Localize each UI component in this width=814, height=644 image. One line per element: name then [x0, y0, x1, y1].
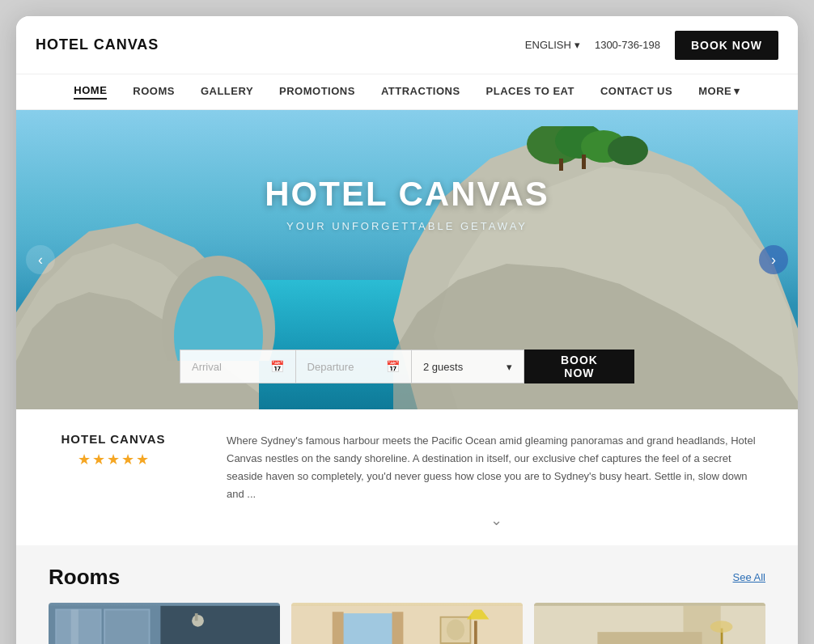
info-content: Where Sydney's famous harbour meets the …	[227, 432, 765, 529]
browser-frame: HOTEL CANVAS ENGLISH ▾ 1300-736-198 BOOK…	[16, 16, 798, 644]
header-right: ENGLISH ▾ 1300-736-198 BOOK NOW	[525, 31, 778, 60]
info-hotel-name: HOTEL CANVAS	[49, 432, 178, 446]
arrival-calendar-icon: 📅	[270, 360, 284, 373]
svg-rect-23	[291, 606, 523, 644]
departure-input[interactable]: Departure 📅	[296, 350, 412, 383]
room-card-2[interactable]	[291, 603, 523, 644]
guest-selector[interactable]: 2 guests ▾	[412, 350, 524, 383]
svg-rect-40	[597, 633, 702, 644]
room-2-image	[291, 603, 523, 644]
info-section: HOTEL CANVAS ★ ★ ★ ★ ★ Where Sydney's fa…	[16, 409, 798, 545]
svg-rect-21	[71, 610, 78, 644]
rooms-section: Rooms See All	[16, 545, 798, 644]
star-rating: ★ ★ ★ ★ ★	[49, 451, 178, 468]
nav-item-promotions[interactable]: PROMOTIONS	[279, 85, 355, 99]
departure-calendar-icon: 📅	[386, 360, 400, 373]
phone-number: 1300-736-198	[595, 39, 660, 51]
arrival-placeholder: Arrival	[192, 361, 222, 373]
star-4-icon: ★	[121, 451, 134, 468]
room-3-image	[534, 603, 765, 644]
star-half-icon: ★	[136, 451, 149, 468]
more-chevron-icon: ▾	[734, 85, 740, 97]
hero-prev-button[interactable]: ‹	[26, 245, 55, 274]
see-all-link[interactable]: See All	[733, 571, 765, 583]
header: HOTEL CANVAS ENGLISH ▾ 1300-736-198 BOOK…	[16, 16, 798, 74]
chevron-down-icon: ⌄	[490, 511, 502, 529]
hero-subtitle: YOUR UNFORGETTABLE GETAWAY	[286, 220, 528, 232]
departure-placeholder: Departure	[307, 361, 354, 373]
svg-point-45	[710, 621, 733, 633]
svg-point-28	[447, 620, 464, 641]
rooms-header: Rooms See All	[49, 565, 765, 590]
hotel-logo: HOTEL CANVAS	[36, 36, 159, 53]
hero-section: HOTEL CANVAS YOUR UNFORGETTABLE GETAWAY …	[16, 110, 798, 409]
room-card-1[interactable]	[49, 603, 280, 644]
svg-rect-17	[160, 606, 280, 644]
language-chevron-icon: ▾	[574, 39, 580, 51]
nav-item-home[interactable]: HOME	[74, 84, 107, 100]
room-card-3[interactable]	[534, 603, 765, 644]
svg-rect-26	[392, 612, 404, 644]
hero-title: HOTEL CANVAS	[265, 175, 549, 214]
nav-item-more[interactable]: MORE ▾	[698, 85, 740, 99]
booking-book-now-button[interactable]: BOOK NOW	[524, 350, 634, 383]
svg-rect-15	[56, 610, 100, 644]
svg-rect-33	[474, 621, 477, 644]
svg-rect-25	[333, 612, 344, 644]
main-nav: HOME ROOMS GALLERY PROMOTIONS ATTRACTION…	[16, 74, 798, 110]
language-label: ENGLISH	[525, 39, 571, 51]
nav-item-attractions[interactable]: ATTRACTIONS	[381, 85, 460, 99]
header-book-now-button[interactable]: BOOK NOW	[675, 31, 778, 60]
info-description: Where Sydney's famous harbour meets the …	[227, 432, 765, 503]
info-hotel-branding: HOTEL CANVAS ★ ★ ★ ★ ★	[49, 432, 178, 468]
room-1-image	[49, 603, 280, 644]
rooms-grid	[49, 603, 765, 644]
svg-rect-16	[104, 610, 149, 644]
nav-item-contact-us[interactable]: CONTACT US	[600, 85, 672, 99]
arrival-input[interactable]: Arrival 📅	[180, 350, 296, 383]
star-2-icon: ★	[92, 451, 105, 468]
language-selector[interactable]: ENGLISH ▾	[525, 39, 580, 51]
guest-count-label: 2 guests	[423, 361, 463, 373]
svg-rect-19	[195, 613, 198, 621]
booking-bar: Arrival 📅 Departure 📅 2 guests ▾ BOOK NO…	[180, 350, 634, 383]
nav-item-rooms[interactable]: ROOMS	[133, 85, 175, 99]
star-1-icon: ★	[78, 451, 91, 468]
nav-item-places-to-eat[interactable]: PLACES TO EAT	[486, 85, 574, 99]
star-3-icon: ★	[107, 451, 120, 468]
svg-rect-24	[336, 613, 396, 644]
hero-next-button[interactable]: ›	[759, 245, 788, 274]
guest-chevron-icon: ▾	[507, 361, 512, 373]
rooms-title: Rooms	[49, 565, 120, 590]
read-more-chevron[interactable]: ⌄	[227, 511, 765, 529]
nav-item-gallery[interactable]: GALLERY	[201, 85, 253, 99]
